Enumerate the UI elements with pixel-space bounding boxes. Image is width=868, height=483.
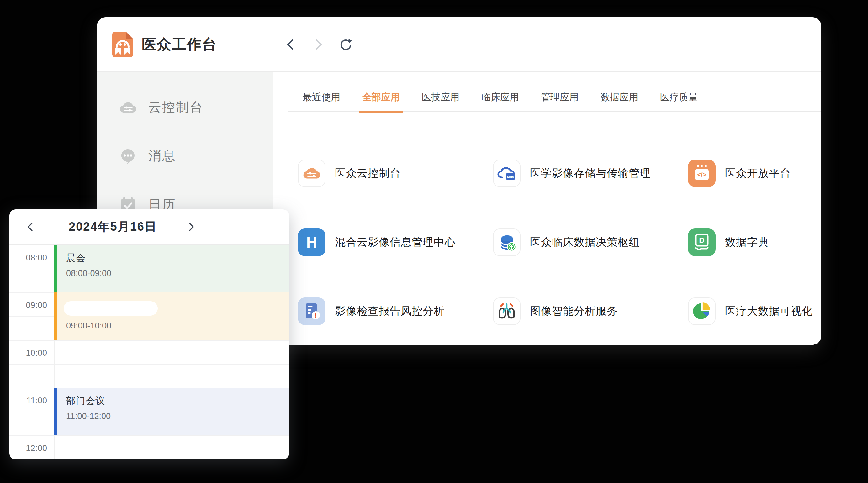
pie-chart-icon xyxy=(692,302,711,321)
window-nav xyxy=(284,17,353,71)
app-label: 医疗大数据可视化 xyxy=(725,304,813,318)
calendar-date: 2024年5月16日 xyxy=(44,210,182,244)
tab-clinical-apps[interactable]: 临床应用 xyxy=(482,91,519,104)
grid-line xyxy=(9,364,289,364)
app-label: 影像检查报告风控分析 xyxy=(335,304,445,318)
event-title: 部门会议 xyxy=(66,395,289,408)
app-label: 医众云控制台 xyxy=(335,166,401,181)
app-item-open-platform[interactable]: </> 医众开放平台 xyxy=(688,139,821,208)
event-time: 09:00-10:00 xyxy=(66,321,289,331)
calendar-header: 2024年5月16日 xyxy=(9,210,289,245)
event-color-bar xyxy=(54,292,57,340)
app-label: 图像智能分析服务 xyxy=(530,304,618,318)
app-label: 医众临床数据决策枢纽 xyxy=(530,235,640,250)
message-bubble-icon xyxy=(119,147,137,165)
calendar-day-view: 08:00 09:00 10:00 11:00 12:00 晨会 08:00-0… xyxy=(9,245,289,459)
event-color-bar xyxy=(54,245,57,292)
time-label: 12:00 xyxy=(9,444,47,453)
tab-data-apps[interactable]: 数据应用 xyxy=(600,91,638,104)
calendar-event-redacted[interactable]: 09:00-10:00 xyxy=(54,292,289,340)
svg-text:Mos: Mos xyxy=(507,175,514,179)
report-alert-icon: ! xyxy=(298,297,326,325)
app-item-cloud-console[interactable]: 医众云控制台 xyxy=(298,139,493,208)
app-item-image-ai-analysis[interactable]: 图像智能分析服务 xyxy=(493,277,688,345)
app-item-clinical-data-hub[interactable]: 医众临床数据决策枢纽 xyxy=(493,208,688,277)
tab-management-apps[interactable]: 管理应用 xyxy=(541,91,579,104)
grid-line xyxy=(9,340,289,341)
content-area: 最近使用 全部应用 医技应用 临床应用 管理应用 数据应用 医疗质量 xyxy=(273,72,821,345)
calendar-event-morning-meeting[interactable]: 晨会 08:00-09:00 xyxy=(54,245,289,292)
dictionary-book-icon: D xyxy=(688,228,716,256)
app-label: 医学影像存储与传输管理 xyxy=(530,166,651,181)
svg-text:D: D xyxy=(699,236,704,245)
tab-recent[interactable]: 最近使用 xyxy=(303,91,340,104)
redacted-title-pill xyxy=(64,301,158,316)
time-label: 10:00 xyxy=(9,348,47,358)
back-chevron-icon[interactable] xyxy=(284,38,298,52)
app-grid: 医众云控制台 Mos 医学影像存储与传输管理 xyxy=(298,139,821,345)
forward-chevron-icon[interactable] xyxy=(311,38,325,52)
lungs-icon xyxy=(497,301,517,321)
event-time: 11:00-12:00 xyxy=(66,412,289,421)
screenshot-stage: 医众工作台 xyxy=(0,0,868,483)
app-item-image-storage[interactable]: Mos 医学影像存储与传输管理 xyxy=(493,139,688,208)
calendar-next-day-chevron-icon[interactable] xyxy=(181,210,200,244)
event-time: 08:00-09:00 xyxy=(66,268,289,278)
app-logo-document-mascot-icon xyxy=(112,32,133,57)
tab-medical-quality[interactable]: 医疗质量 xyxy=(660,91,698,104)
app-item-hybrid-cloud-imaging[interactable]: H 混合云影像信息管理中心 xyxy=(298,208,493,277)
sidebar-item-label: 云控制台 xyxy=(148,99,204,116)
time-label: 11:00 xyxy=(9,396,47,406)
svg-text:</>: </> xyxy=(698,171,707,178)
tab-medtech-apps[interactable]: 医技应用 xyxy=(422,91,459,104)
database-plus-icon xyxy=(497,233,516,252)
event-title: 晨会 xyxy=(66,252,289,264)
calendar-panel: 2024年5月16日 08:00 09:00 10:00 11:00 12: xyxy=(9,210,289,459)
app-item-data-dictionary[interactable]: D 数据字典 xyxy=(688,208,821,277)
calendar-prev-day-chevron-icon[interactable] xyxy=(21,210,40,244)
app-label: 数据字典 xyxy=(725,235,769,250)
letter-h-icon: H xyxy=(298,228,326,256)
open-platform-code-icon: </> xyxy=(688,160,716,187)
app-label: 医众开放平台 xyxy=(725,166,791,181)
sidebar-item-messages[interactable]: 消息 xyxy=(97,132,273,180)
event-color-bar xyxy=(54,388,57,436)
grid-line xyxy=(9,436,289,436)
sidebar-item-cloud-console[interactable]: 云控制台 xyxy=(97,83,273,132)
app-item-report-risk-analysis[interactable]: ! 影像检查报告风控分析 xyxy=(298,277,493,345)
tabs-bar: 最近使用 全部应用 医技应用 临床应用 管理应用 数据应用 医疗质量 xyxy=(288,91,821,111)
cloud-console-icon xyxy=(119,99,137,116)
time-label: 08:00 xyxy=(9,253,47,263)
app-item-big-data-visualization[interactable]: 医疗大数据可视化 xyxy=(688,277,821,345)
cloud-mos-icon: Mos xyxy=(497,164,517,183)
time-label: 09:00 xyxy=(9,300,47,310)
cloud-sliders-icon xyxy=(303,164,321,183)
app-label: 混合云影像信息管理中心 xyxy=(335,235,456,250)
sidebar-item-label: 消息 xyxy=(148,147,176,165)
window-title: 医众工作台 xyxy=(142,35,217,54)
tab-all-apps[interactable]: 全部应用 xyxy=(362,91,400,104)
svg-text:H: H xyxy=(306,234,317,251)
refresh-icon[interactable] xyxy=(339,38,353,52)
window-header: 医众工作台 xyxy=(97,17,821,72)
svg-text:!: ! xyxy=(314,312,317,319)
calendar-event-department-meeting[interactable]: 部门会议 11:00-12:00 xyxy=(54,388,289,436)
